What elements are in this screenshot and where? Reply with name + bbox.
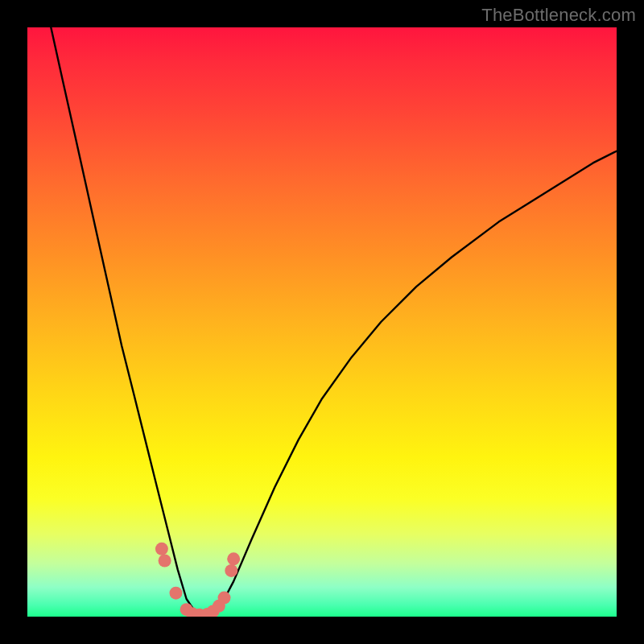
plot-area [27, 27, 617, 617]
marker-dot [218, 592, 231, 605]
outer-frame: TheBottleneck.com [0, 0, 644, 644]
marker-dot [159, 555, 171, 568]
marker-dot [227, 552, 240, 565]
marker-dot [155, 543, 168, 555]
marker-dot [170, 587, 183, 600]
curve-markers [27, 27, 617, 617]
marker-dot [225, 564, 237, 577]
watermark-text: TheBottleneck.com [481, 5, 636, 26]
